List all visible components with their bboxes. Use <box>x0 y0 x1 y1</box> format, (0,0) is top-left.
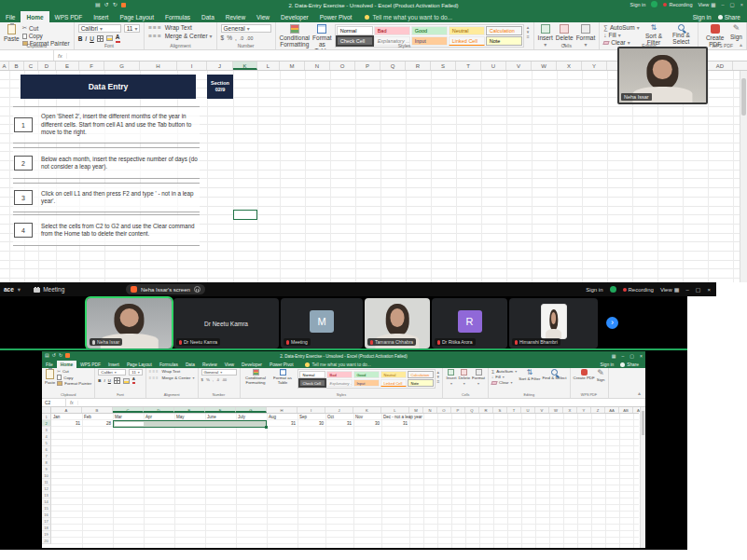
column-header-R[interactable]: R <box>406 61 431 70</box>
tab-page-layout[interactable]: Page Layout <box>123 361 156 368</box>
participant-tile-himanshi-bhambri[interactable]: Himanshi Bhambri <box>509 298 598 348</box>
bold-button[interactable]: B <box>78 35 83 42</box>
column-header-Y[interactable]: Y <box>577 407 591 413</box>
style-chip-calculation[interactable]: Calculation <box>486 26 522 35</box>
name-box[interactable] <box>0 50 54 61</box>
comma-format-button[interactable]: , <box>235 34 237 41</box>
column-header-AD[interactable]: AD <box>708 61 733 70</box>
column-header-W[interactable]: W <box>549 407 563 413</box>
font-name-select[interactable]: Calibri▾ <box>78 24 121 33</box>
participant-tile-dr-ritika-arora[interactable]: RDr Ritika Arora <box>432 298 507 348</box>
row-header-9[interactable]: 9 <box>42 466 51 472</box>
style-chip-good[interactable]: Good <box>411 26 448 35</box>
column-header-M[interactable]: M <box>280 61 305 70</box>
style-chip-note[interactable]: Note <box>408 379 434 387</box>
column-header-G[interactable]: G <box>104 61 140 70</box>
row-header-10[interactable]: 10 <box>42 472 51 479</box>
delete-cells-button[interactable]: Delete▾ <box>458 369 470 386</box>
insert-cells-button[interactable]: Insert▾ <box>446 369 456 386</box>
row-header-12[interactable]: 12 <box>42 485 51 492</box>
create-pdf-button[interactable]: Create PDF <box>574 369 595 381</box>
column-header-Q[interactable]: Q <box>380 61 406 70</box>
tab-home[interactable]: Home <box>21 11 48 22</box>
vertical-scrollbar[interactable] <box>740 71 747 282</box>
gallery-more-icon[interactable]: ≡ <box>527 34 530 39</box>
worksheet-grid[interactable]: JanFebMarAprMayJuneJulyAugSepOctNovDec -… <box>51 414 639 548</box>
tell-me-box[interactable]: Tell me what you want to do... <box>365 11 452 22</box>
style-chip-check-cell[interactable]: Check Cell <box>299 379 325 387</box>
close-button[interactable]: × <box>640 353 643 359</box>
column-header-M[interactable]: M <box>409 407 423 413</box>
column-header-H[interactable]: H <box>140 61 177 70</box>
column-header-V[interactable]: V <box>535 407 549 413</box>
percent-format-button[interactable]: % <box>227 34 232 41</box>
row-header-7[interactable]: 7 <box>42 453 51 459</box>
conditional-formatting-button[interactable]: Conditional Formatting <box>243 369 269 386</box>
minimize-button[interactable]: – <box>722 2 725 7</box>
scrollbar-thumb[interactable] <box>741 78 746 116</box>
column-header-U[interactable]: U <box>521 407 535 413</box>
row-header-14[interactable]: 14 <box>42 499 51 505</box>
fill-button[interactable]: ↓Fill▾ <box>603 32 639 38</box>
column-header-A[interactable]: A <box>0 61 9 70</box>
row-header-19[interactable]: 19 <box>42 531 51 538</box>
tab-power-pivot[interactable]: Power Pivot <box>266 361 297 368</box>
column-header-R[interactable]: R <box>479 407 493 413</box>
sort-filter-button[interactable]: ⇅Sort & Filter <box>519 369 540 382</box>
decrease-decimal-button[interactable]: .00 <box>246 35 253 41</box>
italic-button[interactable]: I <box>85 35 87 42</box>
column-header-J[interactable]: J <box>325 407 353 413</box>
sign-in-link[interactable]: Sign in <box>693 14 712 20</box>
sign-in-button[interactable]: Sign in <box>586 287 602 293</box>
increase-decimal-button[interactable]: .0 <box>216 378 219 382</box>
column-header-S[interactable]: S <box>431 61 456 70</box>
wrap-text-button[interactable]: Wrap Text <box>162 369 181 374</box>
column-header-O[interactable]: O <box>437 407 451 413</box>
style-chip-input[interactable]: Input <box>353 379 380 387</box>
column-header-N[interactable]: N <box>305 61 330 70</box>
decrease-decimal-button[interactable]: .00 <box>222 378 227 382</box>
fill-color-icon[interactable] <box>123 378 130 384</box>
italic-button[interactable]: I <box>104 378 104 383</box>
meeting-tab[interactable]: Meeting <box>34 286 64 293</box>
accounting-format-button[interactable]: $ <box>221 34 225 41</box>
format-cells-button[interactable]: Format▾ <box>472 369 485 386</box>
column-header-L[interactable]: L <box>257 61 280 70</box>
column-header-B[interactable]: B <box>9 61 24 70</box>
style-chip-normal[interactable]: Normal <box>299 371 325 378</box>
row-header-15[interactable]: 15 <box>42 505 51 512</box>
pause-share-icon[interactable] <box>194 286 201 293</box>
row-header-5[interactable]: 5 <box>42 440 51 446</box>
tab-insert[interactable]: Insert <box>88 11 114 22</box>
column-header-D[interactable]: D <box>144 407 174 413</box>
tab-formulas[interactable]: Formulas <box>159 11 196 22</box>
column-header-T[interactable]: T <box>507 407 521 413</box>
gallery-scroll[interactable]: ▴▾≡ <box>437 369 440 385</box>
column-header-T[interactable]: T <box>456 61 481 70</box>
style-chip-bad[interactable]: Bad <box>326 371 353 378</box>
row-header-11[interactable]: 11 <box>42 479 51 485</box>
autosum-button[interactable]: ∑AutoSum▾ <box>491 369 517 374</box>
view-button[interactable]: View▦ <box>698 2 715 7</box>
close-button[interactable]: × <box>707 287 711 293</box>
maximize-button[interactable]: ▢ <box>629 353 634 359</box>
borders-icon[interactable] <box>114 377 120 384</box>
style-chip-normal[interactable]: Normal <box>337 26 373 35</box>
webcam-overlay[interactable]: Neha Issar <box>617 47 708 104</box>
autosum-button[interactable]: ∑AutoSum▾ <box>603 24 639 31</box>
font-name-select[interactable]: Calibri▾ <box>98 369 126 376</box>
share-button[interactable]: Share <box>718 14 740 20</box>
column-header-Z[interactable]: Z <box>591 407 605 413</box>
column-header-X[interactable]: X <box>563 407 577 413</box>
tab-review[interactable]: Review <box>199 361 221 368</box>
copy-button[interactable]: Copy <box>22 33 70 39</box>
row-header-13[interactable]: 13 <box>42 492 51 499</box>
vertical-scrollbar[interactable] <box>640 407 645 548</box>
row-header-1[interactable]: 1 <box>42 414 51 420</box>
find-select-button[interactable]: Find & Select <box>542 369 566 381</box>
column-header-L[interactable]: L <box>381 407 409 413</box>
column-header-S[interactable]: S <box>493 407 507 413</box>
close-button[interactable]: × <box>740 2 743 7</box>
column-header-C[interactable]: C <box>24 61 38 70</box>
row-header-18[interactable]: 18 <box>42 525 51 531</box>
